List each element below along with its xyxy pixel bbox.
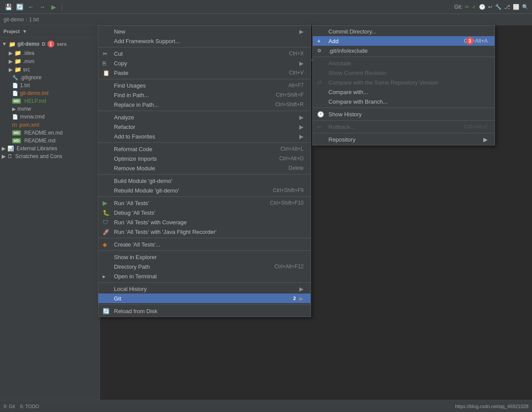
menu-item-replace-path[interactable]: Replace in Path... Ctrl+Shift+R bbox=[98, 100, 311, 109]
sub-sep-2 bbox=[313, 108, 495, 108]
run-green-icon[interactable]: ▶ bbox=[49, 2, 58, 12]
menu-item-reformat[interactable]: Reformat Code Ctrl+Alt+L bbox=[98, 144, 311, 154]
menu-item-reload[interactable]: 🔄 Reload from Disk bbox=[98, 306, 311, 316]
helpmd-label: HELP.md bbox=[24, 98, 46, 104]
tree-item-root[interactable]: ▼ 📁 git-demo D 1 sers bbox=[0, 39, 100, 49]
top-toolbar: 💾 🔄 ← → ▶ Git: ✏ ✓ 🕐 ↩ 🔧 ⎇ ⬜ 🔍 bbox=[0, 0, 532, 14]
framework-label: Add Framework Support... bbox=[114, 38, 180, 44]
tree-item-mvnwcmd[interactable]: 📄 mvnw.cmd bbox=[0, 113, 100, 121]
menu-item-favorites[interactable]: Add to Favorites ▶ bbox=[98, 132, 311, 141]
status-git-label[interactable]: 9: Git bbox=[3, 404, 15, 409]
tree-item-mvnw[interactable]: ▶ mvnw bbox=[0, 105, 100, 113]
paste-label: Paste bbox=[114, 70, 128, 76]
menu-item-rebuild[interactable]: Rebuild Module 'git-demo' Ctrl+Shift+F9 bbox=[98, 186, 311, 195]
scratches-label: Scratches and Cons bbox=[15, 153, 62, 159]
menu-item-debug-tests[interactable]: 🐛 Debug 'All Tests' bbox=[98, 208, 311, 217]
mvnw-icon: ▶ bbox=[12, 106, 16, 112]
run-tests-label: Run 'All Tests' bbox=[114, 200, 149, 206]
submenu-show-history[interactable]: 🕐 Show History bbox=[313, 109, 495, 119]
tree-item-1txt[interactable]: 📄 1.txt bbox=[0, 81, 100, 89]
submenu-compare-branch[interactable]: Compare with Branch... bbox=[313, 97, 495, 106]
submenu-annotate[interactable]: Annotate bbox=[313, 58, 495, 68]
terminal-icon: ▸ bbox=[103, 273, 106, 280]
gitignore-icon: 🔧 bbox=[12, 75, 18, 81]
submenu-compare-with[interactable]: Compare with... bbox=[313, 87, 495, 97]
menu-item-dir-path[interactable]: Directory Path Ctrl+Alt+F12 bbox=[98, 262, 311, 271]
menu-item-optimize[interactable]: Optimize Imports Ctrl+Alt+O bbox=[98, 154, 311, 163]
reload-label: Reload from Disk bbox=[114, 308, 157, 314]
breadcrumb-file[interactable]: 1.txt bbox=[29, 17, 39, 23]
git-wrench-icon[interactable]: 🔧 bbox=[495, 4, 502, 10]
menu-item-run-coverage[interactable]: 🛡 Run 'All Tests' with Coverage bbox=[98, 217, 311, 227]
menu-item-run-tests[interactable]: ▶ Run 'All Tests' Ctrl+Shift+F10 bbox=[98, 198, 311, 208]
menu-item-paste[interactable]: 📋 Paste Ctrl+V bbox=[98, 68, 311, 78]
pomxml-label: pom.xml bbox=[20, 122, 39, 128]
menu-item-new[interactable]: New ▶ bbox=[98, 27, 311, 36]
annotate-label: Annotate bbox=[328, 60, 351, 67]
submenu-show-revision[interactable]: Show Current Revision bbox=[313, 68, 495, 78]
tree-item-helpmd[interactable]: MD HELP.md bbox=[0, 97, 100, 105]
git-window-icon[interactable]: ⬜ bbox=[513, 4, 519, 10]
menu-item-open-terminal[interactable]: ▸ Open in Terminal bbox=[98, 271, 311, 281]
git-check-icon[interactable]: ✓ bbox=[472, 4, 476, 10]
menu-item-cut[interactable]: ✂ Cut Ctrl+X bbox=[98, 49, 311, 58]
tree-item-readme[interactable]: MD README.md bbox=[0, 137, 100, 145]
folder-icon: 📁 bbox=[9, 41, 16, 47]
git-pencil-icon[interactable]: ✏ bbox=[465, 4, 469, 10]
sep-10 bbox=[98, 304, 311, 305]
git-search-icon[interactable]: 🔍 bbox=[522, 4, 529, 10]
submenu-add[interactable]: + Add 3 Ctrl+Alt+A bbox=[313, 36, 495, 46]
mvnwcmd-icon: 📄 bbox=[12, 114, 18, 120]
tree-item-idea[interactable]: ▶ 📁 .idea bbox=[0, 49, 100, 57]
forward-icon[interactable]: → bbox=[37, 2, 47, 12]
tree-item-src[interactable]: ▶ 📁 src bbox=[0, 65, 100, 74]
submenu-commit-dir[interactable]: Commit Directory... bbox=[313, 27, 495, 36]
menu-item-copy[interactable]: ⎘ Copy ▶ bbox=[98, 58, 311, 68]
menu-item-show-explorer[interactable]: Show in Explorer bbox=[98, 252, 311, 262]
readmeen-label: README.en.md bbox=[24, 130, 63, 136]
menu-item-find-usages[interactable]: Find Usages Alt+F7 bbox=[98, 81, 311, 90]
rollback-label: Rollback... bbox=[328, 124, 355, 130]
git-branch-icon[interactable]: ⎇ bbox=[504, 4, 510, 10]
tree-item-readmeen[interactable]: MD README.en.md bbox=[0, 129, 100, 137]
coverage-icon: 🛡 bbox=[103, 219, 108, 226]
sidebar-header: Project ▼ bbox=[0, 25, 100, 37]
submenu-compare-same[interactable]: ⇄ Compare with the Same Repository Versi… bbox=[313, 78, 495, 87]
cut-shortcut: Ctrl+X bbox=[278, 51, 304, 57]
sync-icon[interactable]: 🔄 bbox=[15, 2, 24, 12]
src-folder-icon: 📁 bbox=[14, 66, 21, 73]
tree-item-iml[interactable]: 📄 git-demo.iml bbox=[0, 89, 100, 97]
menu-item-refactor[interactable]: Refactor ▶ bbox=[98, 122, 311, 132]
tree-item-ext-libs[interactable]: ▶ 📊 External Libraries bbox=[0, 145, 100, 152]
src-label: src bbox=[23, 67, 30, 73]
add-badge-3: 3 bbox=[466, 37, 474, 45]
menu-item-framework[interactable]: Add Framework Support... bbox=[98, 36, 311, 46]
menu-item-remove-module[interactable]: Remove Module Delete bbox=[98, 163, 311, 173]
menu-item-local-history[interactable]: Local History ▶ bbox=[98, 284, 311, 294]
git-clock-icon[interactable]: 🕐 bbox=[479, 4, 485, 10]
sep-9 bbox=[98, 282, 311, 283]
chevron-right-icon: ▶ bbox=[9, 50, 13, 56]
menu-item-analyze[interactable]: Analyze ▶ bbox=[98, 112, 311, 122]
find-path-shortcut: Ctrl+Shift+F bbox=[265, 92, 304, 98]
tree-item-pomxml[interactable]: m pom.xml bbox=[0, 121, 100, 129]
git-undo-icon[interactable]: ↩ bbox=[488, 4, 492, 10]
submenu-rollback[interactable]: ↩ Rollback... Ctrl+Alt+Z bbox=[313, 122, 495, 132]
breadcrumb-project[interactable]: git-demo bbox=[3, 17, 24, 23]
status-todo-label[interactable]: 6: TODO bbox=[20, 404, 39, 409]
breadcrumb-sep: › bbox=[26, 17, 27, 23]
submenu-git-exclude[interactable]: ⚙ .git/info/exclude bbox=[313, 46, 495, 55]
src-chevron-icon: ▶ bbox=[9, 67, 13, 73]
back-icon[interactable]: ← bbox=[26, 2, 36, 12]
menu-item-find-path[interactable]: Find in Path... Ctrl+Shift+F bbox=[98, 90, 311, 100]
tree-item-scratches[interactable]: ▶ 🗒 Scratches and Cons bbox=[0, 152, 100, 160]
menu-item-create-tests[interactable]: ◆ Create 'All Tests'... bbox=[98, 240, 311, 249]
md-badge-icon: MD bbox=[12, 98, 21, 104]
menu-item-run-flight[interactable]: 🚀 Run 'All Tests' with 'Java Flight Reco… bbox=[98, 227, 311, 236]
menu-item-build[interactable]: Build Module 'git-demo' bbox=[98, 176, 311, 186]
submenu-repository[interactable]: Repository ▶ bbox=[313, 135, 495, 144]
menu-item-git[interactable]: Git 2 ▶ bbox=[98, 294, 311, 303]
tree-item-gitignore[interactable]: 🔧 .gitignore bbox=[0, 74, 100, 81]
tree-item-mvn[interactable]: ▶ 📁 .mvn bbox=[0, 57, 100, 65]
save-icon[interactable]: 💾 bbox=[3, 2, 13, 12]
